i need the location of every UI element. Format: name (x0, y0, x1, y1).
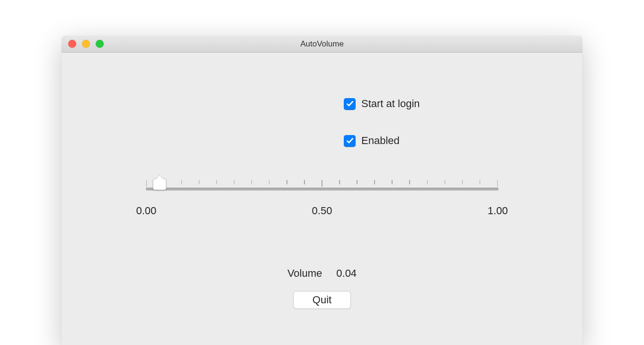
slider-tick (427, 180, 428, 184)
volume-label: Volume (287, 267, 322, 280)
close-icon[interactable] (68, 40, 76, 48)
quit-button[interactable]: Quit (293, 291, 351, 309)
slider-tick (234, 180, 235, 184)
volume-slider-container: 0.00 0.50 1.00 (146, 172, 499, 217)
slider-ticks (146, 180, 499, 187)
slider-tick (374, 180, 375, 184)
slider-tick (146, 180, 147, 187)
slider-tick (357, 180, 358, 184)
slider-tick (251, 180, 252, 184)
enabled-checkbox[interactable] (344, 135, 356, 147)
volume-readout: Volume 0.04 (90, 267, 554, 280)
slider-tick (199, 180, 200, 184)
start-at-login-label: Start at login (361, 98, 420, 110)
minimize-icon[interactable] (82, 40, 90, 48)
slider-tick (322, 180, 322, 187)
slider-thumb[interactable] (153, 179, 166, 193)
slider-labels: 0.00 0.50 1.00 (146, 205, 499, 217)
check-icon (346, 136, 354, 145)
slider-tick (392, 180, 393, 184)
window-content: Start at login Enabled (62, 53, 582, 345)
zoom-icon[interactable] (96, 40, 104, 48)
enabled-label: Enabled (361, 135, 400, 147)
slider-tick (409, 180, 410, 184)
slider-tick (480, 180, 481, 184)
start-at-login-checkbox[interactable] (344, 98, 356, 110)
window-title: AutoVolume (62, 39, 582, 49)
slider-tick (462, 180, 463, 184)
slider-tick (269, 180, 270, 184)
slider-tick (304, 180, 305, 184)
slider-min-label: 0.00 (136, 205, 157, 217)
check-icon (346, 100, 354, 108)
volume-value: 0.04 (336, 267, 357, 280)
slider-tick (339, 180, 340, 184)
checkbox-group: Start at login Enabled (344, 98, 554, 147)
start-at-login-row: Start at login (344, 98, 554, 110)
slider-max-label: 1.00 (488, 205, 508, 217)
slider-tick (181, 180, 182, 184)
titlebar: AutoVolume (62, 36, 582, 53)
slider-mid-label: 0.50 (312, 205, 332, 217)
volume-slider[interactable] (146, 188, 499, 191)
traffic-lights (62, 40, 104, 48)
slider-tick (286, 180, 287, 184)
app-window: AutoVolume Start at login Enabl (62, 36, 582, 345)
slider-tick (216, 180, 217, 184)
slider-tick (497, 180, 498, 187)
slider-tick (445, 180, 446, 184)
enabled-row: Enabled (344, 135, 554, 147)
